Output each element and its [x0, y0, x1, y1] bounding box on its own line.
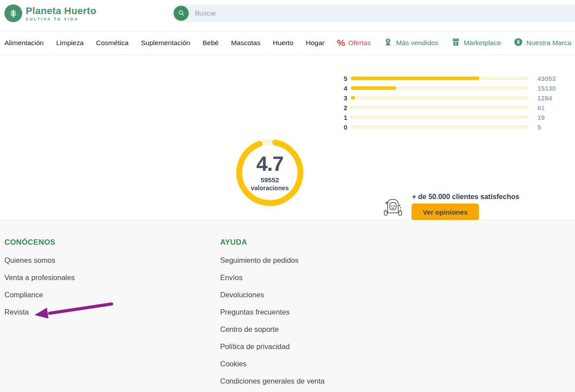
nav-item-label: Nuestra Marca: [526, 39, 571, 47]
footer-link-quienes-somos[interactable]: Quienes somos: [4, 256, 75, 264]
rating-row-3: 3 1284: [337, 93, 575, 103]
footer-column-ayuda: AYUDA Seguimiento de pedidos Envíos Devo…: [220, 238, 325, 392]
footer-heading: AYUDA: [220, 238, 325, 247]
rating-row-value: 1284: [537, 94, 552, 102]
nav-item-label: Marketplace: [464, 39, 501, 47]
nav-item-bebe[interactable]: Bebé: [202, 39, 218, 47]
rating-bar-fill: [351, 86, 396, 90]
rating-row-4: 4 15130: [337, 83, 575, 93]
nav-item-suplementacion[interactable]: Suplementación: [141, 39, 190, 47]
view-opinions-button[interactable]: Ver opiniones: [412, 204, 479, 221]
footer-link-venta-profesionales[interactable]: Venta a profesionales: [4, 273, 75, 281]
footer-link-compliance[interactable]: Compliance: [4, 291, 75, 299]
brand-text: Planeta Huerto CULTIVA TU VIDA: [26, 6, 96, 21]
rating-bar-track: [351, 106, 528, 109]
planeta-huerto-page: Planeta Huerto CULTIVA TU VIDA Alimentac…: [0, 0, 575, 392]
rating-row-2: 2 61: [337, 103, 575, 112]
footer-link-devoluciones[interactable]: Devoluciones: [220, 291, 325, 299]
footer-link-politica-privacidad[interactable]: Política de privacidad: [220, 342, 325, 350]
rating-bar-track: [351, 77, 528, 80]
footer-heading: CONÓCENOS: [4, 238, 75, 247]
nav-item-cosmetica[interactable]: Cosmética: [96, 39, 128, 47]
nav-item-nuestra-marca[interactable]: Nuestra Marca: [513, 37, 571, 49]
nav-item-mas-vendidos[interactable]: Más vendidos: [383, 37, 439, 49]
brand-name: Planeta Huerto: [26, 6, 96, 16]
rating-bar-fill: [351, 96, 355, 100]
rating-row-value: 61: [537, 104, 545, 111]
brand-tagline: CULTIVA TU VIDA: [26, 17, 96, 21]
rating-row-0: 0 5: [337, 122, 575, 132]
header: Planeta Huerto CULTIVA TU VIDA: [0, 0, 575, 31]
rating-row-5: 5 43053: [337, 73, 575, 83]
rating-row-label: 2: [337, 104, 347, 111]
rating-bar-track: [351, 115, 528, 119]
nav-item-alimentacion[interactable]: Alimentación: [4, 39, 44, 47]
storefront-icon: [451, 37, 461, 49]
nav-item-marketplace[interactable]: Marketplace: [451, 37, 501, 49]
sprout-icon: [4, 4, 22, 22]
search-input[interactable]: [195, 4, 571, 22]
ratings-section: 4.7 59552 valoraciones 5 43053 4 15130 3…: [0, 55, 575, 220]
rating-row-value: 19: [537, 114, 545, 121]
nav-item-hogar[interactable]: Hogar: [306, 39, 324, 47]
rating-bar-track: [351, 125, 528, 129]
nav-item-limpieza[interactable]: Limpieza: [56, 39, 84, 47]
rating-row-label: 0: [337, 123, 347, 131]
leaf-badge-icon: [513, 37, 523, 49]
rating-score-donut: 4.7 59552 valoraciones: [233, 136, 306, 209]
footer-link-preguntas-frecuentes[interactable]: Preguntas frecuentes: [220, 308, 325, 316]
rating-bar-fill: [351, 77, 479, 80]
rating-row-1: 1 19: [337, 112, 575, 122]
happy-customer-icon: [381, 195, 404, 218]
search-button[interactable]: [174, 6, 189, 21]
rating-row-value: 15130: [537, 85, 556, 92]
rating-row-label: 1: [337, 114, 347, 121]
search-icon: [177, 8, 186, 19]
footer-column-conocenos: CONÓCENOS Quienes somos Venta a profesio…: [4, 238, 75, 325]
nav-item-label: Más vendidos: [396, 39, 439, 47]
rating-row-label: 3: [337, 94, 347, 102]
nav-item-label: Ofertas: [348, 39, 371, 47]
nav-item-huerto[interactable]: Huerto: [273, 39, 294, 47]
brand-logo[interactable]: Planeta Huerto CULTIVA TU VIDA: [4, 4, 96, 22]
search-bar: [172, 4, 575, 22]
nav-item-mascotas[interactable]: Mascotas: [231, 39, 260, 47]
rating-count: 59552: [260, 176, 279, 184]
rating-row-label: 4: [337, 85, 347, 92]
rating-bar-track: [351, 86, 528, 90]
rating-count-label: valoraciones: [251, 184, 289, 192]
rating-row-value: 43053: [537, 75, 556, 82]
rating-bar-track: [351, 96, 528, 100]
rating-score: 4.7: [256, 153, 284, 174]
rating-score-text: 4.7 59552 valoraciones: [233, 136, 306, 209]
footer-link-seguimiento-pedidos[interactable]: Seguimiento de pedidos: [220, 256, 325, 264]
footer-link-condiciones-venta[interactable]: Condiciones generales de venta: [220, 377, 325, 385]
nav-item-ofertas[interactable]: % Ofertas: [337, 38, 371, 47]
footer: CONÓCENOS Quienes somos Venta a profesio…: [0, 220, 575, 392]
footer-link-revista[interactable]: Revista: [4, 308, 75, 316]
footer-link-centro-soporte[interactable]: Centro de soporte: [220, 325, 325, 333]
footer-link-envios[interactable]: Envíos: [220, 273, 325, 281]
main-navigation: Alimentación Limpieza Cosmética Suplemen…: [0, 31, 575, 55]
footer-link-cookies[interactable]: Cookies: [220, 360, 325, 368]
percent-icon: %: [337, 38, 345, 47]
rating-row-label: 5: [337, 75, 347, 82]
medal-icon: [383, 37, 393, 49]
rating-row-value: 5: [537, 123, 541, 131]
satisfied-customers-text: + de 50.000 clientes satisfechos: [412, 193, 519, 201]
